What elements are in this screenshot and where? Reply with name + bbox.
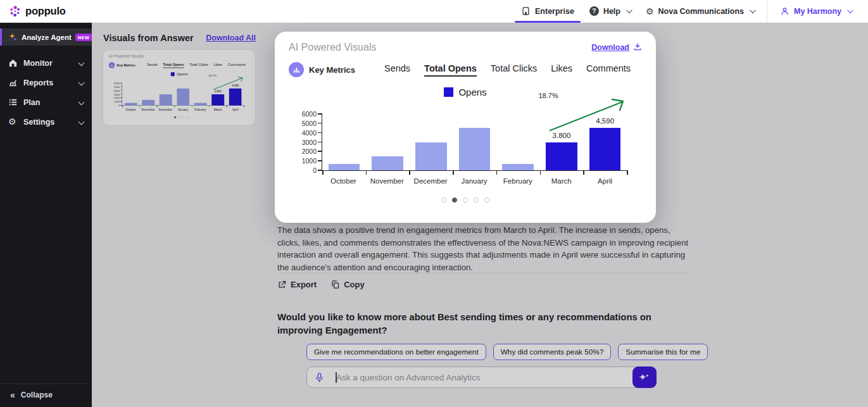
y-axis-tick-label: 1000 [292,157,317,165]
x-axis-label: November [365,177,409,185]
org-label: Nova Communications [658,7,744,16]
chevron-down-icon [847,7,853,13]
tab-sends[interactable]: Sends [384,63,410,77]
user-menu[interactable]: My Harmony [772,0,859,23]
growth-arrow-icon [548,97,630,134]
top-bar: poppulo Enterprise ? Help ⚙ Nova Communi… [0,0,868,23]
download-icon [633,42,642,53]
poppulo-logo[interactable]: poppulo [9,5,66,18]
sidebar-item-reports[interactable]: Reports [0,73,92,92]
gear-icon: ⚙ [8,117,18,127]
poppulo-logo-icon [9,5,22,18]
key-metrics-icon [289,62,304,77]
tab-comments[interactable]: Comments [586,63,631,77]
x-axis-tick [627,170,628,175]
sidebar-item-label: Monitor [23,59,53,68]
chevron-down-icon [79,99,85,106]
ai-visuals-modal: AI Powered VisualsDownloadKey MetricsSen… [275,32,656,223]
bar-february [502,164,533,170]
chart-icon [8,78,18,87]
sidebar-item-label: Plan [23,98,40,107]
y-axis-tick [318,142,322,143]
chevron-down-icon [626,7,632,13]
help-label: Help [603,7,620,16]
y-axis-tick [318,123,322,124]
new-badge: NEW [75,34,92,41]
opens-bar-chart: 01000200030004000500060003.8004,59018.7%… [322,114,627,185]
help-icon: ? [589,6,599,16]
tab-total-opens[interactable]: Total Opens [424,63,477,77]
y-axis-tick-label: 6000 [292,110,317,118]
sidebar-nav: Analyze AgentNEWMonitorReportsPlan⚙Setti… [0,28,92,132]
tab-total-clicks[interactable]: Total Clicks [491,63,537,77]
carousel-dot[interactable] [463,197,468,203]
legend-swatch [444,87,453,97]
chevron-down-icon [79,60,85,66]
sidebar-item-analyze-agent[interactable]: Analyze AgentNEW [0,28,92,46]
chart-legend: Opens [289,87,642,97]
carousel-dot[interactable] [452,197,457,203]
sidebar-item-plan[interactable]: Plan [0,92,92,112]
y-axis-tick-label: 2000 [292,147,317,155]
bar-march [546,142,577,171]
x-axis-tick [453,170,454,175]
y-axis-tick-label: 4000 [292,129,317,137]
legend-label: Opens [458,87,486,97]
gear-icon: ⚙ [646,7,654,16]
bar-november [372,156,403,170]
x-axis-tick [496,170,498,175]
carousel-dot[interactable] [484,197,489,203]
carousel-dot[interactable] [474,197,479,203]
tab-enterprise[interactable]: Enterprise [513,0,582,23]
modal-title: AI Powered Visuals [289,42,376,53]
download-label: Download [591,43,629,52]
metric-tabs: SendsTotal OpensTotal ClicksLikesComment… [384,63,631,77]
collapse-label: Collapse [21,391,53,399]
enterprise-label: Enterprise [535,7,574,16]
list-icon [8,97,18,107]
sidebar-item-label: Reports [23,78,53,87]
tab-likes[interactable]: Likes [551,63,572,77]
key-metrics-label: Key Metrics [309,65,355,75]
bar-october [329,164,360,170]
y-axis-tick [318,160,322,161]
org-menu[interactable]: ⚙ Nova Communications [638,0,762,23]
sidebar-collapse-button[interactable]: « Collapse [0,384,92,407]
y-axis-tick [318,170,322,171]
user-label: My Harmony [794,7,841,16]
chevron-down-icon [79,80,85,86]
help-menu[interactable]: ? Help [582,0,638,23]
y-axis-tick [318,151,322,152]
carousel-dots [289,197,642,203]
y-axis-tick-label: 0 [292,166,317,174]
sidebar: Analyze AgentNEWMonitorReportsPlan⚙Setti… [0,23,92,407]
x-axis-tick [409,170,410,175]
active-tab-underline [515,21,581,23]
x-axis-label: October [322,177,365,185]
sidebar-item-settings[interactable]: ⚙Settings [0,112,92,132]
bar-january [459,128,490,170]
y-axis-tick-label: 5000 [292,120,317,127]
sidebar-item-monitor[interactable]: Monitor [0,53,92,73]
y-axis-tick [318,113,322,115]
x-axis-label: February [496,177,539,185]
sidebar-item-label: Settings [23,118,54,127]
header-divider [767,0,767,23]
sidebar-item-label: Analyze Agent [22,34,72,41]
chevron-down-icon [750,7,756,13]
x-axis-label: April [583,177,627,185]
x-axis-label: March [539,177,583,185]
main-content: Visuals from Answer Download All AI Powe… [92,23,868,407]
x-axis-tick [322,170,324,175]
logo-wordmark: poppulo [25,5,66,17]
carousel-dot[interactable] [441,197,446,203]
bar-december [415,142,446,171]
chevron-down-icon [79,119,85,125]
collapse-icon: « [10,391,15,399]
download-button[interactable]: Download [591,42,642,53]
y-axis-tick-label: 3000 [292,139,317,146]
home-icon [8,58,18,68]
x-axis-tick [583,170,584,175]
x-axis-label: December [409,177,453,185]
x-axis-tick [540,170,541,175]
